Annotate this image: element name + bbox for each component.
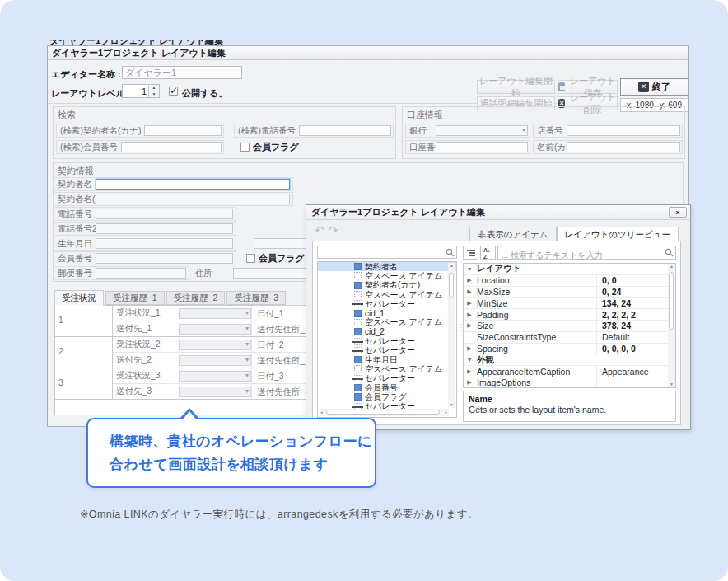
page-background: ダイヤラー1プロジェクト レイアウト編集 ダイヤラー1プロジェクト レイアウト編… (0, 0, 728, 581)
tab-order-history-2[interactable]: 受注履歴_2 (166, 291, 226, 305)
member-no-input[interactable] (96, 253, 233, 264)
dialog-title-bar: ダイヤラー1プロジェクト レイアウト編集 x (306, 205, 690, 220)
property-description-text: Gets or sets the layout item's name. (469, 405, 606, 415)
dest-dropdown[interactable] (179, 355, 251, 366)
publish-checkbox[interactable] (169, 87, 178, 96)
layout-item-icon (354, 263, 362, 270)
editor-header: エディター名称 : レーアウトレベル : ▲ ▼ 公開する。 レーアウト編集開始… (48, 61, 688, 104)
property-row[interactable]: ▶Location0, 0 (464, 275, 675, 287)
bank-field: 銀行 (405, 124, 530, 138)
row-number: 3 (55, 368, 113, 399)
birthday-extra-input[interactable] (254, 238, 308, 249)
contractor-input[interactable] (96, 179, 290, 190)
property-toolbar: A↓Z (463, 246, 496, 260)
property-row[interactable]: ▶MinSize134, 24 (464, 298, 675, 309)
editor-name-input[interactable] (122, 66, 242, 79)
grid-vertical-scrollbar[interactable]: ▲▼ (668, 264, 675, 387)
property-row[interactable]: ▶ImageOptions (464, 377, 675, 388)
footnote: ※Omnia LINKのダイヤラー実行時には、arrangedeskを利用する必… (80, 508, 478, 522)
undo-icon[interactable]: ↶ (315, 224, 329, 237)
property-category[interactable]: ▼外観 (464, 354, 675, 366)
spin-down-icon[interactable]: ▼ (149, 91, 159, 97)
bank-dropdown[interactable] (436, 125, 528, 136)
stepper-buttons[interactable]: ▲ ▼ (148, 85, 159, 97)
tree-item[interactable]: セパレーター (318, 299, 456, 308)
row-number: 1 (55, 306, 113, 336)
search-icon (446, 248, 455, 257)
window-title: ダイヤラー1プロジェクト レイアウト編集 (48, 46, 688, 60)
tab-order-status[interactable]: 受注状況 (54, 290, 104, 306)
property-row[interactable]: ▶Padding2, 2, 2, 2 (464, 309, 675, 321)
member-flag-checkbox[interactable] (240, 143, 250, 152)
layout-level-label: レーアウトレベル : (51, 87, 120, 100)
zip-input[interactable] (96, 268, 186, 279)
property-grid: ▼レイアウト ▶Location0, 0 ▶MaxSize0, 24 ▶MinS… (463, 263, 676, 388)
address-input[interactable] (233, 268, 309, 279)
property-search-input[interactable] (498, 250, 655, 260)
dest-dropdown[interactable] (179, 387, 251, 397)
search-contractor-kana-input[interactable] (144, 125, 222, 136)
categorized-view-icon[interactable] (463, 246, 478, 260)
property-row[interactable]: SizeConstraintsTypeDefault (464, 332, 675, 344)
search-member-no-input[interactable] (121, 142, 222, 152)
callout-line1: 構築時、貴社のオペレーションフローに (110, 433, 372, 449)
phone2-input[interactable] (96, 223, 233, 234)
search-member-no-field: (検索)会員番号 (56, 140, 224, 154)
dest-dropdown[interactable] (179, 324, 251, 335)
account-no-input[interactable] (436, 142, 528, 152)
spin-up-icon[interactable]: ▲ (149, 85, 159, 91)
address-field: 住所 (192, 266, 309, 280)
order-status-dropdown[interactable] (179, 371, 251, 382)
start-layout-edit-button[interactable]: レーアウト編集開始 (477, 80, 555, 94)
layout-item-icon (354, 393, 362, 401)
tab-order-history-1[interactable]: 受注履歴_1 (105, 291, 165, 305)
property-search-box[interactable] (497, 246, 676, 260)
property-description: Name Gets or sets the layout item's name… (463, 391, 676, 422)
tree-vertical-scrollbar[interactable]: ▲▼ (448, 263, 455, 408)
account-group: 口座情報 銀行 店番号 口座番号 名前(カナ) (402, 106, 685, 159)
property-row[interactable]: ▶Size378, 24 (464, 321, 675, 332)
clipped-window-fragment: ダイヤラー1プロジェクト レイアウト編集 (49, 40, 239, 46)
tab-order-history-3[interactable]: 受注履歴_3 (226, 291, 286, 305)
property-row[interactable]: ▶MaxSize0, 24 (464, 287, 675, 298)
contract-group-title: 契約情報 (58, 165, 94, 177)
empty-space-icon (354, 365, 362, 372)
property-row[interactable]: ▶AppearanceItemCaptionAppearance (464, 366, 675, 377)
phone1-input[interactable] (96, 209, 233, 219)
save-icon (558, 82, 565, 91)
search-phone-input[interactable] (299, 125, 391, 136)
tab-hidden-items[interactable]: 非表示のアイテム (469, 227, 556, 241)
property-row[interactable]: ▶Spacing0, 0, 0, 0 (464, 344, 675, 355)
layout-item-icon (354, 328, 362, 335)
layout-level-stepper[interactable]: ▲ ▼ (122, 84, 160, 98)
search-member-flag-field: 会員フラグ (240, 140, 299, 154)
branch-no-input[interactable] (567, 125, 680, 136)
empty-space-icon (354, 272, 362, 279)
contractor-kana-input[interactable] (96, 194, 290, 204)
layout-level-input[interactable] (123, 85, 148, 97)
tree-horizontal-scrollbar[interactable]: ◂▸ (319, 409, 449, 416)
order-status-dropdown[interactable] (179, 308, 251, 319)
separator-icon (354, 338, 362, 345)
redo-icon[interactable]: ↷ (329, 224, 343, 237)
search-group-title: 検索 (58, 109, 76, 121)
name-kana-input[interactable] (567, 142, 680, 152)
dialog-close-button[interactable]: x (669, 207, 687, 218)
exit-button[interactable]: ✕ 終了 (620, 78, 688, 96)
order-status-dropdown[interactable] (179, 340, 251, 350)
contract-member-flag-checkbox[interactable] (246, 254, 255, 263)
tab-layout-tree-view[interactable]: レイアウトのツリービュー (557, 227, 679, 241)
undo-redo-toolbar: ↶↷ (315, 224, 343, 237)
tree-search-box[interactable] (317, 246, 457, 259)
name-kana-field: 名前(カナ) (533, 140, 683, 154)
branch-no-field: 店番号 (533, 124, 683, 138)
property-description-title: Name (469, 394, 670, 404)
callout-line2: 合わせて画面設計を相談頂けます (110, 457, 328, 472)
separator-icon (354, 375, 362, 382)
phone1-field: 電話番号 (54, 207, 236, 221)
birthday-input[interactable] (96, 238, 233, 249)
sort-alphabetical-icon[interactable]: A↓Z (480, 246, 496, 260)
property-category[interactable]: ▼レイアウト (464, 264, 675, 275)
annotation-callout: 構築時、貴社のオペレーションフローに合わせて画面設計を相談頂けます (86, 418, 376, 488)
tree-item[interactable]: 空スペース アイテム (318, 318, 456, 327)
